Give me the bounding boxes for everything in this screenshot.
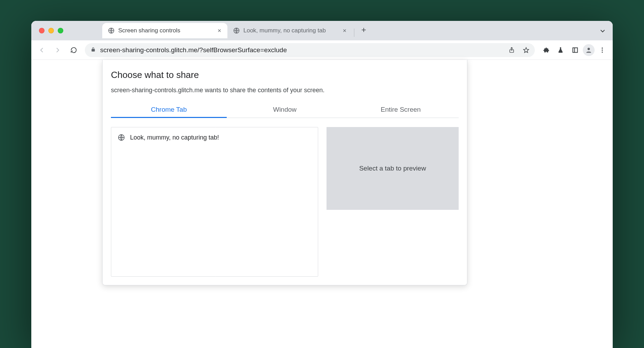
reload-button[interactable] bbox=[67, 43, 81, 57]
profile-avatar[interactable] bbox=[583, 44, 595, 56]
reading-list-icon[interactable] bbox=[568, 43, 582, 57]
minimize-window-button[interactable] bbox=[48, 28, 54, 33]
bookmark-icon[interactable] bbox=[521, 45, 531, 55]
preview-placeholder: Select a tab to preview bbox=[327, 127, 459, 210]
browser-window: Screen sharing controls Look, mummy, no … bbox=[31, 21, 613, 348]
browser-tab-inactive[interactable]: Look, mummy, no capturing tab bbox=[227, 23, 353, 38]
picker-tab-chrome-tab[interactable]: Chrome Tab bbox=[111, 102, 227, 118]
picker-tab-window[interactable]: Window bbox=[227, 102, 343, 118]
tab-title: Screen sharing controls bbox=[118, 27, 213, 34]
close-tab-icon[interactable] bbox=[341, 27, 348, 34]
share-tab-item[interactable]: Look, mummy, no capturing tab! bbox=[116, 132, 313, 143]
svg-point-4 bbox=[588, 48, 590, 50]
new-tab-button[interactable] bbox=[358, 24, 370, 36]
browser-tab-active[interactable]: Screen sharing controls bbox=[102, 23, 227, 38]
address-bar[interactable]: screen-sharing-controls.glitch.me/?selfB… bbox=[85, 43, 535, 57]
share-tab-title: Look, mummy, no capturing tab! bbox=[130, 134, 219, 141]
extensions-icon[interactable] bbox=[539, 43, 553, 57]
tab-separator bbox=[354, 29, 354, 37]
forward-button[interactable] bbox=[51, 43, 65, 57]
globe-icon bbox=[118, 134, 125, 141]
picker-tab-entire-screen[interactable]: Entire Screen bbox=[343, 102, 459, 118]
close-window-button[interactable] bbox=[39, 28, 45, 33]
back-button[interactable] bbox=[35, 43, 49, 57]
browser-toolbar: screen-sharing-controls.glitch.me/?selfB… bbox=[31, 40, 613, 60]
page-content: Choose what to share screen-sharing-cont… bbox=[31, 60, 613, 348]
svg-point-5 bbox=[602, 47, 603, 48]
svg-point-6 bbox=[602, 49, 603, 50]
close-tab-icon[interactable] bbox=[216, 27, 223, 34]
menu-icon[interactable] bbox=[595, 43, 609, 57]
preview-pane: Select a tab to preview bbox=[327, 127, 459, 277]
screen-share-picker: Choose what to share screen-sharing-cont… bbox=[102, 60, 467, 285]
svg-point-7 bbox=[602, 52, 603, 53]
svg-rect-3 bbox=[573, 48, 577, 52]
globe-icon bbox=[108, 27, 115, 34]
picker-title: Choose what to share bbox=[111, 70, 459, 80]
picker-tabs: Chrome Tab Window Entire Screen bbox=[111, 102, 459, 118]
tab-title: Look, mummy, no capturing tab bbox=[243, 27, 338, 34]
window-controls bbox=[39, 28, 63, 33]
lock-icon bbox=[90, 47, 96, 54]
globe-icon bbox=[233, 27, 240, 34]
url-text: screen-sharing-controls.glitch.me/?selfB… bbox=[100, 46, 502, 54]
tab-strip: Screen sharing controls Look, mummy, no … bbox=[31, 21, 613, 40]
share-tab-list: Look, mummy, no capturing tab! bbox=[111, 127, 318, 277]
tab-list-dropdown[interactable] bbox=[599, 27, 606, 36]
share-icon[interactable] bbox=[506, 45, 517, 55]
maximize-window-button[interactable] bbox=[58, 28, 63, 33]
labs-icon[interactable] bbox=[554, 43, 567, 57]
picker-subtitle: screen-sharing-controls.glitch.me wants … bbox=[111, 87, 459, 94]
